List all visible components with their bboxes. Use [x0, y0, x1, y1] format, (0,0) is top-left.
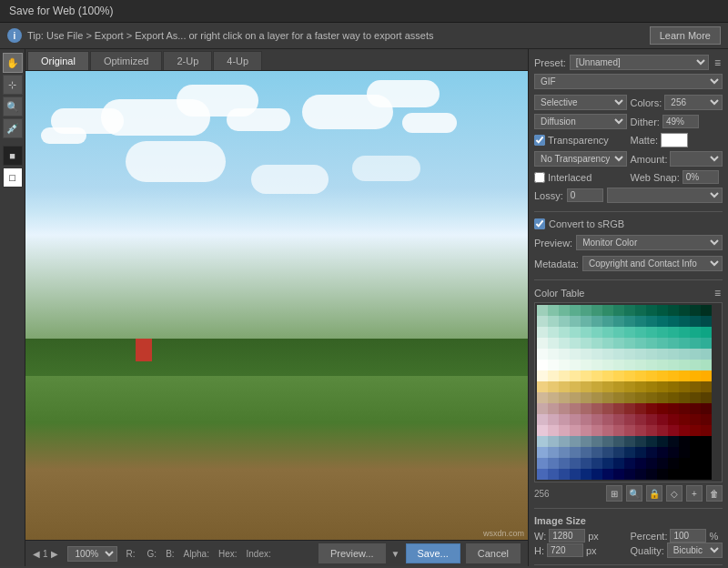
color-cell[interactable]: [657, 403, 668, 414]
color-cell[interactable]: [624, 305, 635, 316]
color-cell[interactable]: [613, 370, 624, 381]
color-cell[interactable]: [592, 305, 602, 316]
color-cell[interactable]: [657, 316, 668, 327]
color-cell[interactable]: [701, 458, 712, 469]
color-cell[interactable]: [559, 447, 570, 458]
color-cell[interactable]: [559, 338, 570, 349]
tab-original[interactable]: Original: [27, 51, 89, 70]
color-cell[interactable]: [548, 436, 559, 447]
color-cell[interactable]: [548, 469, 559, 480]
color-cell[interactable]: [592, 447, 602, 458]
color-cell[interactable]: [581, 360, 592, 370]
color-cell[interactable]: [701, 349, 712, 360]
color-cell[interactable]: [646, 425, 657, 436]
eyedropper-tool[interactable]: 💉: [3, 118, 23, 138]
color-cell[interactable]: [701, 338, 712, 349]
color-cell[interactable]: [570, 327, 581, 338]
color-cell[interactable]: [592, 327, 602, 338]
color-cell[interactable]: [668, 349, 679, 360]
color-cell[interactable]: [679, 414, 690, 425]
color-cell[interactable]: [537, 316, 548, 327]
color-cell[interactable]: [570, 305, 581, 316]
color-cell[interactable]: [602, 392, 613, 403]
color-cell[interactable]: [679, 370, 690, 381]
color-cell[interactable]: [635, 370, 646, 381]
color-cell[interactable]: [657, 381, 668, 392]
color-cell[interactable]: [613, 469, 624, 480]
color-cell[interactable]: [548, 447, 559, 458]
color-cell[interactable]: [613, 338, 624, 349]
color-cell[interactable]: [701, 425, 712, 436]
lossy-input[interactable]: [567, 188, 603, 202]
color-cell[interactable]: [559, 327, 570, 338]
color-cell[interactable]: [635, 327, 646, 338]
color-cell[interactable]: [668, 338, 679, 349]
color-cell[interactable]: [624, 425, 635, 436]
color-cell[interactable]: [635, 414, 646, 425]
color-cell[interactable]: [537, 327, 548, 338]
color-cell[interactable]: [570, 392, 581, 403]
color-cell[interactable]: [537, 305, 548, 316]
color-cell[interactable]: [668, 305, 679, 316]
color-cell[interactable]: [635, 403, 646, 414]
color-cell[interactable]: [581, 392, 592, 403]
color-cell[interactable]: [613, 436, 624, 447]
color-cell[interactable]: [679, 381, 690, 392]
color-cell[interactable]: [548, 305, 559, 316]
color-cell[interactable]: [690, 458, 701, 469]
color-cell[interactable]: [624, 436, 635, 447]
color-cell[interactable]: [635, 447, 646, 458]
color-cell[interactable]: [624, 360, 635, 370]
color-cell[interactable]: [646, 381, 657, 392]
color-cell[interactable]: [537, 436, 548, 447]
tab-optimized[interactable]: Optimized: [90, 51, 163, 70]
width-input[interactable]: [549, 529, 585, 543]
tab-2up[interactable]: 2-Up: [163, 51, 212, 70]
color-cell[interactable]: [537, 403, 548, 414]
color-cell[interactable]: [690, 436, 701, 447]
color-cell[interactable]: [537, 360, 548, 370]
color-cell[interactable]: [624, 349, 635, 360]
color-cell[interactable]: [581, 349, 592, 360]
color-cell[interactable]: [668, 425, 679, 436]
color-cell[interactable]: [602, 338, 613, 349]
color-cell[interactable]: [635, 392, 646, 403]
color-cell[interactable]: [537, 392, 548, 403]
convert-srgb-checkbox[interactable]: [534, 218, 545, 229]
color-cell[interactable]: [613, 392, 624, 403]
color-cell[interactable]: [646, 327, 657, 338]
color-cell[interactable]: [537, 425, 548, 436]
color-cell[interactable]: [592, 425, 602, 436]
color-cell[interactable]: [624, 370, 635, 381]
color-cell[interactable]: [602, 316, 613, 327]
color-cell[interactable]: [646, 436, 657, 447]
color-cell[interactable]: [548, 338, 559, 349]
color-cell[interactable]: [592, 316, 602, 327]
ct-delete-btn[interactable]: 🗑: [706, 485, 723, 502]
ct-new-btn[interactable]: +: [686, 485, 703, 502]
color-cell[interactable]: [668, 327, 679, 338]
color-cell[interactable]: [592, 360, 602, 370]
color-cell[interactable]: [592, 338, 602, 349]
color-cell[interactable]: [679, 349, 690, 360]
color-cell[interactable]: [624, 447, 635, 458]
color-cell[interactable]: [657, 360, 668, 370]
color-cell[interactable]: [602, 381, 613, 392]
color-cell[interactable]: [570, 403, 581, 414]
percent-input[interactable]: [670, 529, 706, 543]
ct-lock-btn[interactable]: 🔒: [646, 485, 662, 502]
color-cell[interactable]: [635, 305, 646, 316]
color-cell[interactable]: [613, 316, 624, 327]
color-cell[interactable]: [701, 403, 712, 414]
color-cell[interactable]: [581, 305, 592, 316]
color-cell[interactable]: [602, 403, 613, 414]
matte-color-swatch[interactable]: [661, 133, 688, 147]
dither-input[interactable]: 49%: [662, 115, 699, 128]
color-cell[interactable]: [679, 305, 690, 316]
preview-button[interactable]: Preview...: [318, 543, 386, 563]
color-cell[interactable]: [679, 403, 690, 414]
color-cell[interactable]: [613, 414, 624, 425]
color-cell[interactable]: [602, 436, 613, 447]
color-cell[interactable]: [679, 458, 690, 469]
color-cell[interactable]: [613, 305, 624, 316]
